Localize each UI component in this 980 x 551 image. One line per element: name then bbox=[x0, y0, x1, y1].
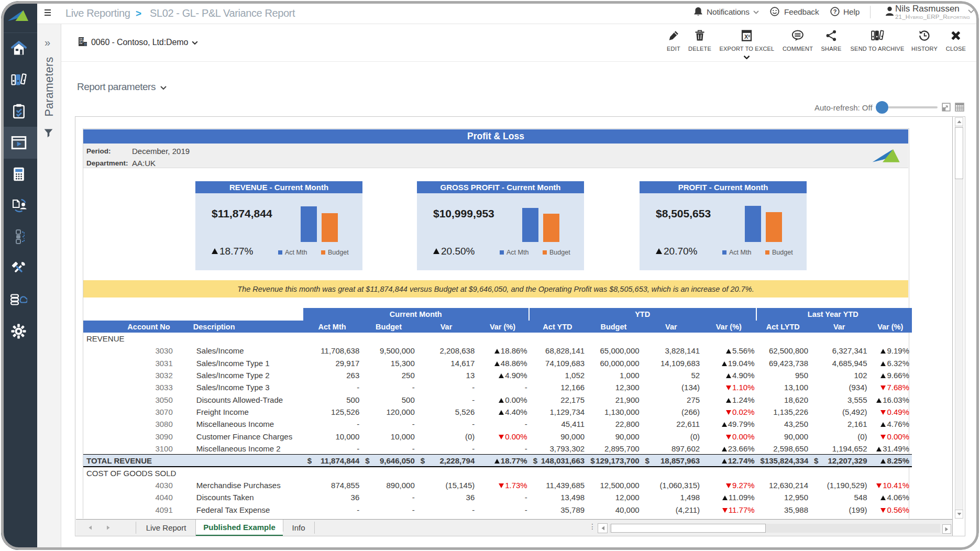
svg-text:X: X bbox=[744, 34, 748, 40]
svg-text:?: ? bbox=[833, 8, 837, 15]
